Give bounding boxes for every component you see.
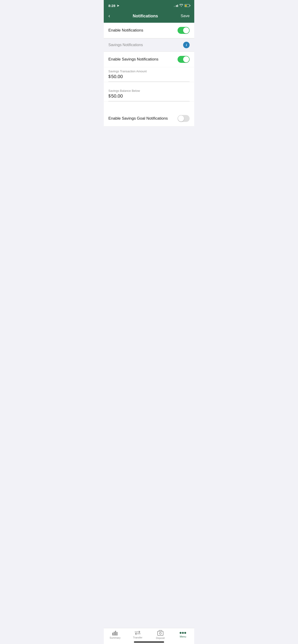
- savings-balance-below-label: Savings Balance Below: [108, 89, 190, 92]
- savings-balance-below-input-row: $: [108, 94, 190, 101]
- savings-balance-dollar-sign: $: [108, 94, 111, 98]
- savings-balance-below-section: Savings Balance Below $: [104, 87, 194, 102]
- enable-notifications-label: Enable Notifications: [108, 28, 143, 33]
- enable-savings-notifications-row: Enable Savings Notifications: [104, 52, 194, 67]
- status-time: 8:28 ➤: [108, 4, 119, 8]
- location-arrow-icon: ➤: [117, 4, 119, 8]
- savings-transaction-amount-section: Savings Transaction Amount $: [104, 67, 194, 82]
- enable-savings-goal-notifications-label: Enable Savings Goal Notifications: [108, 116, 168, 121]
- spacer-2: [104, 102, 194, 106]
- status-icons: [174, 4, 190, 8]
- savings-balance-below-input[interactable]: [111, 94, 190, 99]
- back-button[interactable]: ‹: [108, 13, 110, 19]
- save-button[interactable]: Save: [181, 14, 190, 18]
- savings-notifications-header: Savings Notifications i: [104, 38, 194, 52]
- enable-savings-goal-notifications-toggle[interactable]: [178, 115, 190, 122]
- spacer-3: [104, 106, 194, 111]
- battery-icon: [184, 4, 190, 7]
- enable-notifications-toggle[interactable]: [178, 27, 190, 34]
- savings-transaction-amount-input[interactable]: [111, 74, 190, 79]
- enable-savings-notifications-toggle[interactable]: [178, 56, 190, 63]
- info-button[interactable]: i: [183, 42, 190, 48]
- savings-notifications-label: Savings Notifications: [108, 43, 143, 47]
- wifi-icon: [179, 4, 183, 8]
- page-title: Notifications: [133, 14, 158, 18]
- content-area: Enable Notifications Savings Notificatio…: [104, 23, 194, 150]
- signal-bars-icon: [174, 4, 178, 7]
- enable-savings-goal-notifications-row: Enable Savings Goal Notifications: [104, 111, 194, 126]
- nav-bar: ‹ Notifications Save: [104, 10, 194, 23]
- savings-transaction-amount-label: Savings Transaction Amount: [108, 70, 190, 73]
- savings-transaction-amount-input-row: $: [108, 74, 190, 82]
- status-bar: 8:28 ➤: [104, 0, 194, 10]
- savings-transaction-dollar-sign: $: [108, 74, 111, 79]
- spacer-1: [104, 82, 194, 87]
- enable-savings-notifications-label: Enable Savings Notifications: [108, 57, 158, 62]
- enable-notifications-row: Enable Notifications: [104, 23, 194, 38]
